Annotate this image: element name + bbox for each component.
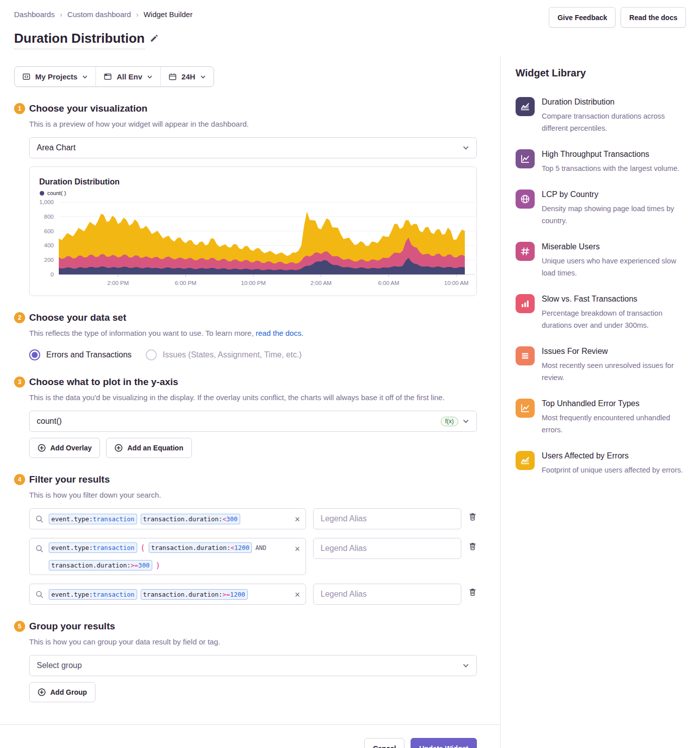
query-token[interactable]: transaction.duration:>=1200 [141, 589, 248, 600]
add-group-button[interactable]: Add Group [29, 682, 95, 702]
chevron-right-icon: › [136, 10, 139, 19]
step-number-badge: 2 [14, 312, 25, 323]
group-select[interactable]: Select group [29, 655, 477, 676]
widget-library-title: Widget Library [516, 67, 686, 79]
widget-library-item-description: Footprint of unique users affected by er… [542, 464, 683, 476]
query-token[interactable]: event.type:transaction [49, 589, 137, 600]
radio-unselected-icon[interactable] [146, 349, 157, 360]
step-visualization: 1 Choose your visualization This is a pr… [14, 103, 477, 296]
trash-icon [468, 542, 477, 551]
add-overlay-button[interactable]: Add Overlay [29, 438, 100, 458]
breadcrumb-custom-dashboard[interactable]: Custom dashboard [67, 10, 131, 19]
query-token[interactable]: transaction.duration:<1200 [149, 542, 252, 553]
date-range-filter[interactable]: 24H [160, 67, 214, 86]
trash-icon [468, 588, 477, 597]
update-widget-button[interactable]: Update Widget [411, 738, 477, 748]
clear-search-button[interactable]: × [293, 513, 301, 525]
widget-library-item-title: Slow vs. Fast Transactions [542, 295, 686, 304]
page-filter-bar: My Projects All Env 24H [14, 66, 214, 87]
svg-text:2:00 PM: 2:00 PM [107, 280, 129, 286]
window-icon [104, 72, 112, 81]
svg-text:1,000: 1,000 [39, 199, 54, 205]
step-yaxis: 3 Choose what to plot in the y-axis This… [14, 377, 477, 458]
step-description: This is how you can group your data resu… [29, 636, 477, 647]
query-token[interactable]: transaction.duration:>=300 [49, 560, 152, 571]
line-chart-icon [516, 149, 535, 168]
edit-title-button[interactable] [150, 34, 159, 44]
read-the-docs-button[interactable]: Read the docs [621, 7, 686, 28]
chevron-down-icon [462, 662, 469, 669]
filter-query-input[interactable]: event.type:transaction(transaction.durat… [29, 538, 306, 575]
breadcrumb-dashboards[interactable]: Dashboards [14, 10, 55, 19]
step-number-badge: 4 [14, 474, 25, 485]
widget-library-item[interactable]: Users Affected by ErrorsFootprint of uni… [516, 451, 686, 476]
yaxis-field-select[interactable]: count() f(x) [29, 411, 477, 432]
yaxis-field-value: count() [37, 417, 62, 426]
legend-alias-input[interactable] [313, 508, 461, 529]
list-icon [516, 346, 535, 365]
widget-library-item-title: Duration Distribution [542, 98, 686, 107]
cancel-button[interactable]: Cancel [364, 738, 405, 748]
clear-search-button[interactable]: × [293, 589, 301, 601]
clear-search-button[interactable]: × [293, 543, 301, 555]
chevron-down-icon [200, 74, 206, 80]
radio-errors-transactions[interactable]: Errors and Transactions [29, 349, 132, 360]
query-token[interactable]: event.type:transaction [49, 514, 137, 524]
step-description: This reflects the type of information yo… [29, 328, 477, 338]
widget-library-item-description: Top 5 transactions with the largest volu… [542, 162, 679, 174]
widget-library-item[interactable]: Duration DistributionCompare transaction… [516, 97, 686, 134]
svg-text:800: 800 [44, 214, 54, 220]
search-icon [35, 544, 44, 553]
delete-filter-button[interactable] [468, 586, 477, 598]
widget-library-item[interactable]: Slow vs. Fast TransactionsPercentage bre… [516, 294, 686, 331]
widget-library-item-title: High Throughput Transactions [542, 150, 679, 159]
delete-filter-button[interactable] [468, 540, 477, 552]
step-title: Choose what to plot in the y-axis [29, 377, 178, 388]
chevron-down-icon [462, 144, 469, 151]
step-filter: 4 Filter your results This is how you fi… [14, 474, 477, 605]
legend-alias-input[interactable] [313, 584, 461, 605]
radio-label: Issues (States, Assignment, Time, etc.) [163, 350, 302, 359]
line-chart-icon [516, 399, 535, 418]
widget-library-item[interactable]: Top Unhandled Error TypesMost frequently… [516, 399, 686, 436]
widget-library-item-title: Issues For Review [542, 347, 686, 356]
environment-filter-label: All Env [117, 72, 142, 81]
search-icon [35, 515, 44, 523]
chevron-right-icon: › [60, 10, 62, 19]
svg-text:200: 200 [44, 257, 54, 263]
chevron-down-icon [147, 74, 153, 80]
radio-label: Errors and Transactions [46, 350, 132, 359]
widget-library-item[interactable]: High Throughput TransactionsTop 5 transa… [516, 149, 686, 174]
radio-selected-icon[interactable] [29, 349, 40, 360]
add-equation-button[interactable]: Add an Equation [106, 438, 191, 458]
widget-library-item-description: Most recently seen unresolved issues for… [542, 359, 686, 384]
widget-library-item[interactable]: LCP by CountryDensity map showing page l… [516, 190, 686, 227]
widget-library-list: Duration DistributionCompare transaction… [516, 97, 686, 476]
trash-icon [468, 512, 477, 521]
widget-library-item[interactable]: Miserable UsersUnique users who have exp… [516, 242, 686, 279]
step-title: Choose your data set [29, 312, 126, 323]
filter-query-input[interactable]: event.type:transactiontransaction.durati… [29, 508, 306, 529]
group-select-placeholder: Select group [37, 661, 82, 670]
read-the-docs-link[interactable]: read the docs. [256, 329, 304, 337]
project-icon [22, 72, 31, 81]
give-feedback-button[interactable]: Give Feedback [549, 7, 616, 28]
svg-text:0: 0 [51, 271, 54, 277]
query-token[interactable]: event.type:transaction [49, 542, 137, 553]
query-paren: ( [141, 543, 145, 552]
query-token[interactable]: transaction.duration:<300 [141, 514, 240, 524]
filter-query-input[interactable]: event.type:transactiontransaction.durati… [29, 584, 306, 605]
plus-circle-icon [38, 688, 46, 696]
project-filter[interactable]: My Projects [15, 67, 95, 86]
widget-builder-main: My Projects All Env 24H [0, 56, 501, 748]
svg-text:400: 400 [44, 242, 54, 248]
filter-row: event.type:transactiontransaction.durati… [29, 584, 477, 605]
legend-alias-input[interactable] [313, 538, 461, 559]
visualization-select[interactable]: Area Chart [29, 137, 477, 158]
radio-issues[interactable]: Issues (States, Assignment, Time, etc.) [146, 349, 302, 360]
area-chart-icon [516, 451, 535, 470]
environment-filter[interactable]: All Env [95, 67, 160, 86]
widget-library-item[interactable]: Issues For ReviewMost recently seen unre… [516, 346, 686, 384]
delete-filter-button[interactable] [468, 510, 477, 523]
query-boolean-operator: AND [255, 544, 266, 551]
